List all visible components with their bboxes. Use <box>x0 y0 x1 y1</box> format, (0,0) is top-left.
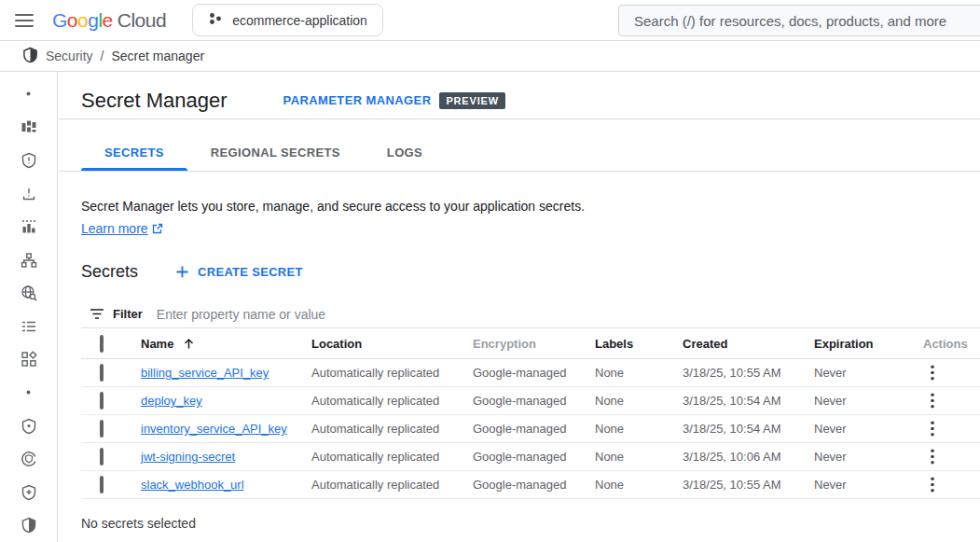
row-checkbox[interactable] <box>100 448 104 466</box>
project-name: ecommerce-application <box>232 13 367 28</box>
create-secret-button[interactable]: CREATE SECRET <box>175 265 303 279</box>
sidebar-item-2[interactable] <box>0 111 58 145</box>
shield-circle-icon <box>21 451 37 467</box>
cell-expiration: Never <box>814 478 919 492</box>
secret-name-link[interactable]: billing_service_API_key <box>141 366 269 380</box>
sidebar-item-10[interactable] <box>0 376 58 410</box>
logo-letter: G <box>52 9 67 32</box>
cell-created: 3/18/25, 10:54 AM <box>683 394 814 408</box>
secrets-table: Filter Name Location Encryption Labels C… <box>81 300 980 499</box>
sidebar-item-1[interactable] <box>0 77 58 111</box>
header-divider <box>59 118 980 119</box>
cell-expiration: Never <box>814 450 919 464</box>
create-secret-label: CREATE SECRET <box>198 265 303 279</box>
intro-text: Secret Manager lets you store, manage, a… <box>81 196 585 216</box>
cell-labels: None <box>595 450 683 464</box>
column-header-encryption: Encryption <box>473 337 595 351</box>
cell-created: 3/18/25, 10:55 AM <box>683 366 814 380</box>
shield-plus-icon <box>21 484 37 501</box>
table-row: deploy_key Automatically replicated Goog… <box>81 387 980 415</box>
sidebar-item-11[interactable] <box>0 410 58 443</box>
globe-search-icon <box>21 285 37 301</box>
secret-name-link[interactable]: jwt-signing-secret <box>141 450 235 464</box>
sidebar-item-8[interactable] <box>0 310 58 343</box>
secret-name-link[interactable]: slack_webhook_url <box>141 478 244 492</box>
logo-letter: e <box>103 9 113 32</box>
search-input[interactable] <box>619 13 980 29</box>
secret-name-link[interactable]: inventory_service_API_key <box>141 422 287 436</box>
sort-ascending-icon <box>183 338 195 350</box>
cell-created: 3/18/25, 10:06 AM <box>683 450 814 464</box>
sidebar-item-3[interactable] <box>0 144 58 177</box>
dot-icon <box>26 91 31 96</box>
learn-more-link[interactable]: Learn more <box>81 218 163 239</box>
network-icon <box>21 252 37 269</box>
cell-encryption: Google-managed <box>473 366 595 380</box>
row-actions-menu-icon[interactable] <box>921 446 944 468</box>
row-checkbox[interactable] <box>100 392 104 410</box>
menu-icon[interactable] <box>15 14 34 27</box>
filter-icon <box>90 307 104 321</box>
project-selector-button[interactable]: ecommerce-application <box>192 4 383 36</box>
page-title: Secret Manager <box>81 89 228 113</box>
cell-expiration: Never <box>814 366 919 380</box>
cell-encryption: Google-managed <box>473 394 595 408</box>
name-header-label: Name <box>141 337 173 351</box>
row-checkbox[interactable] <box>100 476 104 493</box>
tab-secrets[interactable]: SECRETS <box>81 133 187 171</box>
parameter-manager-link[interactable]: PARAMETER MANAGER <box>283 93 432 107</box>
cell-encryption: Google-managed <box>473 450 595 464</box>
list-icon <box>21 318 37 335</box>
table-row: billing_service_API_key Automatically re… <box>81 359 980 387</box>
shield-half-icon <box>21 517 37 534</box>
sidebar-item-12[interactable] <box>0 442 58 476</box>
column-header-created: Created <box>683 337 814 351</box>
cell-created: 3/18/25, 10:55 AM <box>683 478 814 492</box>
select-all-checkbox[interactable] <box>100 335 104 353</box>
table-row: inventory_service_API_key Automatically … <box>81 415 980 443</box>
secret-name-link[interactable]: deploy_key <box>141 394 202 408</box>
sidebar-item-7[interactable] <box>0 276 58 310</box>
secrets-heading: Secrets <box>81 262 138 282</box>
column-header-actions: Actions <box>919 337 980 351</box>
table-row: slack_webhook_url Automatically replicat… <box>81 471 980 499</box>
sidebar-item-4[interactable] <box>0 177 58 211</box>
cell-location: Automatically replicated <box>311 394 473 408</box>
row-checkbox[interactable] <box>100 420 104 438</box>
main-content: Secret Manager PARAMETER MANAGER PREVIEW… <box>59 72 980 542</box>
column-header-labels: Labels <box>595 337 683 351</box>
google-cloud-logo[interactable]: Google Cloud <box>52 9 166 32</box>
breadcrumb-security-link[interactable]: Security <box>46 49 93 63</box>
sidebar-item-14[interactable] <box>0 509 58 542</box>
plus-icon <box>175 265 189 279</box>
breadcrumb: Security / Secret manager <box>0 41 980 72</box>
intro-text-block: Secret Manager lets you store, manage, a… <box>81 196 585 239</box>
row-checkbox[interactable] <box>100 364 104 382</box>
cell-location: Automatically replicated <box>311 366 473 380</box>
row-actions-menu-icon[interactable] <box>921 362 944 384</box>
sidebar-item-13[interactable] <box>0 476 58 509</box>
cell-labels: None <box>595 478 683 492</box>
tab-logs[interactable]: LOGS <box>364 133 446 171</box>
column-header-name[interactable]: Name <box>141 337 311 351</box>
cell-created: 3/18/25, 10:54 AM <box>683 422 814 436</box>
sidebar-item-6[interactable] <box>0 243 58 277</box>
tab-regional-secrets[interactable]: REGIONAL SECRETS <box>187 133 364 171</box>
search-bar[interactable] <box>618 5 980 36</box>
cell-expiration: Never <box>814 394 919 408</box>
preview-badge: PREVIEW <box>439 92 504 109</box>
filter-label: Filter <box>113 307 143 321</box>
row-actions-menu-icon[interactable] <box>921 474 944 496</box>
column-header-expiration: Expiration <box>814 337 919 351</box>
row-actions-menu-icon[interactable] <box>921 390 944 412</box>
filter-input[interactable] <box>157 307 980 322</box>
filter-bar: Filter <box>81 300 980 328</box>
sidebar-item-5[interactable] <box>0 210 58 243</box>
grid-bars-icon <box>21 118 37 135</box>
column-header-location: Location <box>311 337 473 351</box>
row-actions-menu-icon[interactable] <box>921 418 944 440</box>
cell-encryption: Google-managed <box>473 478 595 492</box>
sidebar-item-9[interactable] <box>0 343 58 377</box>
logo-letter: o <box>67 9 77 32</box>
breadcrumb-separator: / <box>101 49 104 63</box>
